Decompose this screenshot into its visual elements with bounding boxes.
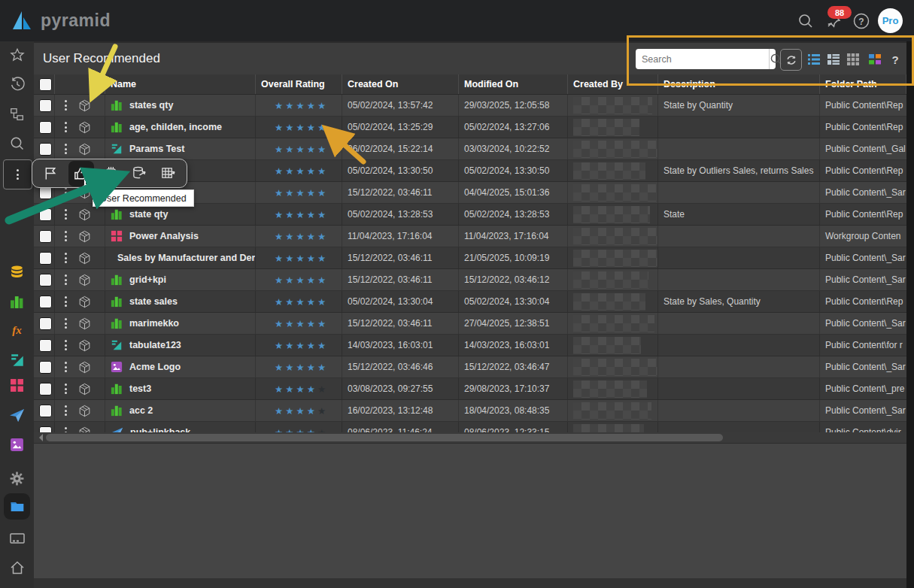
column-header-name[interactable]: Name xyxy=(105,74,256,94)
row-menu-icon[interactable] xyxy=(65,142,67,156)
refresh-button[interactable] xyxy=(780,49,802,71)
row-checkbox[interactable] xyxy=(39,274,52,286)
illustrate-image-icon[interactable] xyxy=(0,432,34,456)
row-checkbox[interactable] xyxy=(39,186,52,199)
history-icon[interactable] xyxy=(0,72,34,96)
item-name-cell[interactable]: Power Analysis xyxy=(105,226,256,247)
home-icon[interactable] xyxy=(0,556,34,580)
content-cube-icon xyxy=(77,360,92,374)
row-menu-icon[interactable] xyxy=(65,273,67,287)
sidebar-search-icon[interactable] xyxy=(0,132,34,156)
row-menu-icon[interactable] xyxy=(65,229,67,244)
hierarchy-icon[interactable] xyxy=(0,102,34,126)
formulate-fx-icon[interactable]: fx xyxy=(0,318,34,342)
row-checkbox[interactable] xyxy=(39,143,52,156)
row-checkbox[interactable] xyxy=(39,230,52,243)
table-row[interactable]: grid+kpi★★★★★15/12/2022, 03:46:1115/12/2… xyxy=(34,269,906,291)
item-name-cell[interactable]: tabulate123 xyxy=(105,335,256,356)
table-row[interactable]: test3★★★★★03/08/2023, 09:27:5529/08/2023… xyxy=(34,378,906,400)
column-header-folder-path[interactable]: Folder Path xyxy=(820,74,906,94)
list-view-icon[interactable] xyxy=(806,51,822,68)
discover-bars-icon[interactable] xyxy=(0,289,34,314)
table-export-icon[interactable] xyxy=(156,162,179,185)
item-name-cell[interactable]: test3 xyxy=(105,378,256,399)
row-checkbox[interactable] xyxy=(39,405,52,417)
select-all-checkbox[interactable] xyxy=(39,78,52,91)
settings-gear-icon[interactable] xyxy=(0,466,34,490)
item-name-cell[interactable]: Acme Logo xyxy=(105,356,256,377)
table-row[interactable]: Params Test★★★★★06/02/2024, 15:22:1403/0… xyxy=(34,138,906,160)
row-menu-icon[interactable] xyxy=(65,99,67,113)
item-name-cell[interactable]: age, childen, income xyxy=(105,117,256,138)
detail-view-icon[interactable] xyxy=(825,51,842,68)
item-name-cell[interactable]: Params Test xyxy=(105,138,256,159)
tile-color-view-icon[interactable] xyxy=(867,51,883,68)
table-row[interactable]: state sales★★★★★05/02/2024, 13:30:0405/0… xyxy=(34,291,906,313)
item-name-cell[interactable]: marimekko xyxy=(105,313,256,334)
row-checkbox[interactable] xyxy=(39,99,52,112)
row-menu-icon[interactable] xyxy=(65,120,67,135)
row-menu-icon[interactable] xyxy=(65,404,67,418)
present-grid-icon[interactable] xyxy=(0,373,34,397)
table-row[interactable]: states qty★★★★★05/02/2024, 13:57:4229/03… xyxy=(34,95,906,117)
tooltip: User Recommended xyxy=(93,189,194,207)
publish-plane-icon[interactable] xyxy=(0,403,34,427)
chip-bolt-icon[interactable] xyxy=(99,162,122,185)
flag-icon[interactable] xyxy=(40,162,62,185)
item-name-cell[interactable]: grid+kpi xyxy=(105,269,256,290)
row-menu-icon[interactable] xyxy=(65,251,67,265)
favorites-star-icon[interactable] xyxy=(0,43,34,67)
table-row[interactable]: age, childen, income★★★★★05/02/2024, 13:… xyxy=(34,117,906,138)
table-row[interactable]: Acme Logo★★★★★15/12/2022, 03:46:4615/12/… xyxy=(34,356,906,378)
column-header-created-by[interactable]: Created By xyxy=(568,74,658,94)
database-export-icon[interactable] xyxy=(128,162,150,185)
desktop-icon[interactable] xyxy=(0,527,34,551)
table-row[interactable]: Sales by Manufacturer and Dem★★★★★15/12/… xyxy=(34,247,906,269)
row-checkbox[interactable] xyxy=(39,208,52,221)
row-checkbox[interactable] xyxy=(39,317,52,330)
row-checkbox[interactable] xyxy=(39,339,52,352)
table-row[interactable]: marimekko★★★★★15/12/2022, 03:46:1127/04/… xyxy=(34,313,906,335)
item-name: test3 xyxy=(129,383,151,394)
row-menu-icon[interactable] xyxy=(65,360,67,374)
user-avatar[interactable]: Pro xyxy=(878,8,903,33)
search-input[interactable] xyxy=(636,49,769,69)
model-database-icon[interactable] xyxy=(0,260,34,284)
more-kebab-button[interactable] xyxy=(3,159,32,189)
horizontal-scrollbar[interactable] xyxy=(34,432,906,443)
table-row[interactable]: state qty★★★★★05/02/2024, 13:28:5305/02/… xyxy=(34,204,906,226)
row-menu-icon[interactable] xyxy=(65,317,67,331)
table-row[interactable]: acc 2★★★★★16/02/2023, 13:12:4818/04/2023… xyxy=(34,400,906,422)
column-header-description[interactable]: Description xyxy=(658,74,820,94)
grid-view-icon[interactable] xyxy=(845,51,861,68)
row-checkbox[interactable] xyxy=(39,121,52,134)
row-menu-icon[interactable] xyxy=(65,382,67,396)
item-name-cell[interactable]: state sales xyxy=(105,291,256,312)
row-menu-icon[interactable] xyxy=(65,295,67,309)
view-help-icon[interactable]: ? xyxy=(887,51,903,68)
column-header-created-on[interactable]: Created On xyxy=(342,74,459,94)
item-name-cell[interactable]: state qty xyxy=(105,204,256,225)
row-checkbox[interactable] xyxy=(39,383,52,396)
item-name-cell[interactable]: acc 2 xyxy=(105,400,256,421)
help-icon[interactable]: ? xyxy=(850,10,873,32)
row-checkbox[interactable] xyxy=(39,252,52,265)
column-header-overall-rating[interactable]: Overall Rating xyxy=(256,74,342,94)
tabulate-icon[interactable] xyxy=(0,348,34,372)
column-header-modified-on[interactable]: Modified On xyxy=(459,74,568,94)
row-checkbox[interactable] xyxy=(39,361,52,374)
content-cube-icon xyxy=(77,382,92,396)
created-by-redacted xyxy=(573,228,657,245)
global-search-icon[interactable] xyxy=(794,10,817,32)
scroll-left-icon[interactable] xyxy=(35,434,43,441)
scrollbar-thumb[interactable] xyxy=(46,434,723,441)
row-checkbox[interactable] xyxy=(39,296,52,308)
content-folder-button[interactable] xyxy=(4,493,30,520)
table-row[interactable]: Power Analysis★★★★★11/04/2023, 17:16:041… xyxy=(34,226,906,247)
item-name-cell[interactable]: states qty xyxy=(105,95,256,116)
row-menu-icon[interactable] xyxy=(65,208,67,222)
row-menu-icon[interactable] xyxy=(65,338,67,353)
item-name-cell[interactable]: Sales by Manufacturer and Dem xyxy=(105,247,256,268)
table-row[interactable]: tabulate123★★★★★14/03/2023, 16:03:0114/0… xyxy=(34,335,906,356)
created-on-cell: 06/02/2024, 15:22:14 xyxy=(342,138,459,159)
